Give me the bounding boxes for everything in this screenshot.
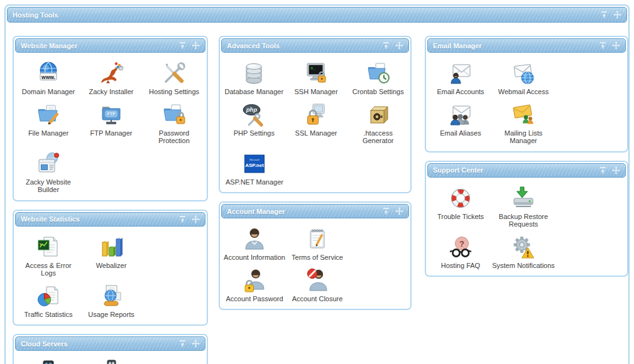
tool-php-settings[interactable]: phpPHP Settings <box>223 99 285 147</box>
tool-label: Email Accounts <box>437 88 484 96</box>
column-left: Website Manager www.Domain ManagerWZacky… <box>13 36 208 364</box>
panel-row: Database Manager>_SSH ManagerCrontab Set… <box>223 57 409 99</box>
tool-label: SSH Manager <box>294 88 337 96</box>
tool-label: PHP Settings <box>234 129 275 137</box>
header-actions <box>600 11 621 19</box>
tool-label: Usage Reports <box>88 311 134 319</box>
tool-account-closure[interactable]: Account Closure <box>286 264 349 306</box>
tool-crontab-settings[interactable]: Crontab Settings <box>347 57 409 99</box>
panel-header: Support Center <box>427 163 626 178</box>
panel-header: Email Manager <box>427 38 626 53</box>
tool-label: Webalizer <box>96 262 127 270</box>
tool-email-accounts[interactable]: Email Accounts <box>429 57 492 99</box>
tool-htaccess-generator[interactable]: .htaccess Generator <box>347 99 409 147</box>
svg-text:ASP.net: ASP.net <box>245 163 264 168</box>
tool-email-aliases[interactable]: Email Aliases <box>429 99 492 147</box>
folder-clock-icon <box>366 61 391 86</box>
tool-traffic-statistics[interactable]: Traffic Statistics <box>17 280 80 321</box>
tool-label: Account Password <box>226 295 283 303</box>
collapse-icon[interactable] <box>382 41 390 50</box>
collapse-icon[interactable] <box>599 41 607 50</box>
move-icon[interactable] <box>192 41 200 50</box>
tool-system-notifications[interactable]: System Notifications <box>492 231 555 272</box>
aspnet-icon: MicrosoftASP.net <box>242 151 267 176</box>
svg-text:?: ? <box>459 239 464 249</box>
envelope-people-icon <box>448 102 473 127</box>
collapse-icon[interactable] <box>178 215 187 223</box>
collapse-icon[interactable] <box>382 207 390 215</box>
panel-row: Account InformationTerms of Service <box>223 223 409 264</box>
tool-database-manager[interactable]: Database Manager <box>223 57 285 99</box>
collapse-icon[interactable] <box>600 11 608 19</box>
move-icon[interactable] <box>395 41 403 50</box>
tool-terms-of-service[interactable]: Terms of Service <box>286 223 349 264</box>
tool-domain-manager[interactable]: www.Domain Manager <box>17 57 80 99</box>
collapse-icon[interactable] <box>178 340 187 348</box>
panel-row: ?Hosting FAQSystem Notifications <box>429 231 626 272</box>
tool-backup-restore-requests[interactable]: Backup Restore Requests <box>492 182 555 231</box>
tool-label: Account Closure <box>292 295 343 303</box>
tool-label: ASP.NET Manager <box>226 178 283 186</box>
tool-label: File Manager <box>28 129 68 137</box>
tool-vps-manager[interactable]: VPS Manager <box>17 355 80 364</box>
tool-zacky-installer[interactable]: WZacky Installer <box>80 57 143 99</box>
drive-restore-icon <box>511 186 536 211</box>
person-block-icon <box>305 268 330 293</box>
move-icon[interactable] <box>192 340 200 348</box>
lifebuoy-icon <box>448 186 473 211</box>
folder-lock-icon <box>161 102 187 127</box>
tool-label: System Notifications <box>492 262 555 270</box>
panel-row: File ManagerFTPFTP ManagerPassword Prote… <box>17 99 205 147</box>
tool-vps-upgrades[interactable]: VPS Upgrades <box>80 355 143 364</box>
tool-label: Backup Restore Requests <box>492 213 555 228</box>
glasses-question-icon: ? <box>448 235 473 260</box>
tool-ftp-manager[interactable]: FTPFTP Manager <box>80 99 143 147</box>
tool-access-error-logs[interactable]: Access & Error Logs <box>17 231 80 280</box>
tool-zacky-website-builder[interactable]: Zacky Website Builder <box>17 147 80 196</box>
panels-area: Website Manager www.Domain ManagerWZacky… <box>6 24 628 364</box>
move-icon[interactable] <box>613 11 621 19</box>
panel-title: Email Manager <box>433 42 482 50</box>
tool-label: Zacky Website Builder <box>17 178 80 194</box>
tool-webalizer[interactable]: Webalizer <box>80 231 143 280</box>
panel-website-statistics: Website Statistics Access & Error LogsWe… <box>13 210 208 326</box>
tool-hosting-settings[interactable]: Hosting Settings <box>143 57 205 99</box>
browser-builder-icon <box>36 151 61 176</box>
panel-row: Access & Error LogsWebalizer <box>17 231 205 280</box>
tool-trouble-tickets[interactable]: Trouble Tickets <box>429 182 492 231</box>
tool-webmail-access[interactable]: Webmail Access <box>492 57 555 99</box>
tool-asp-net-manager[interactable]: MicrosoftASP.netASP.NET Manager <box>223 147 286 189</box>
collapse-icon[interactable] <box>599 166 607 174</box>
collapse-icon[interactable] <box>178 41 187 50</box>
panel-advanced-tools: Advanced Tools Database Manager>_SSH Man… <box>219 36 412 193</box>
panel-account-manager: Account Manager Account InformationTerms… <box>219 201 412 310</box>
tool-label: Access & Error Logs <box>17 262 80 277</box>
panel-title: Website Statistics <box>21 215 80 223</box>
panel-body: www.Domain ManagerWZacky InstallerHostin… <box>14 54 207 200</box>
tool-label: Crontab Settings <box>353 88 404 96</box>
envelope-globe-icon <box>511 61 536 86</box>
move-icon[interactable] <box>395 207 403 215</box>
tool-file-manager[interactable]: File Manager <box>17 99 80 147</box>
server-upgrade-icon <box>99 359 124 364</box>
tool-password-protection[interactable]: Password Protection <box>143 99 205 147</box>
tool-account-password[interactable]: Account Password <box>223 264 286 306</box>
move-icon[interactable] <box>612 41 620 50</box>
panel-row: Email AccountsWebmail Access <box>429 57 626 99</box>
hosting-tools-header: Hosting Tools <box>7 7 627 23</box>
move-icon[interactable] <box>612 166 620 174</box>
svg-text:www.: www. <box>41 74 55 80</box>
tool-label: Traffic Statistics <box>24 311 72 319</box>
panel-row: Account PasswordAccount Closure <box>223 264 409 306</box>
tool-mailing-lists-manager[interactable]: Mailing Lists Manager <box>492 99 555 147</box>
tool-ssh-manager[interactable]: >_SSH Manager <box>285 57 347 99</box>
person-lock-icon <box>242 268 267 293</box>
tool-usage-reports[interactable]: Usage Reports <box>80 280 143 321</box>
tool-label: .htaccess Generator <box>347 129 409 145</box>
notepad-icon <box>305 227 330 252</box>
bar-chart-icon <box>99 235 124 260</box>
tool-ssl-manager[interactable]: SSL Manager <box>285 99 347 147</box>
move-icon[interactable] <box>192 215 200 223</box>
tool-hosting-faq[interactable]: ?Hosting FAQ <box>429 231 492 272</box>
tool-account-information[interactable]: Account Information <box>223 223 286 264</box>
